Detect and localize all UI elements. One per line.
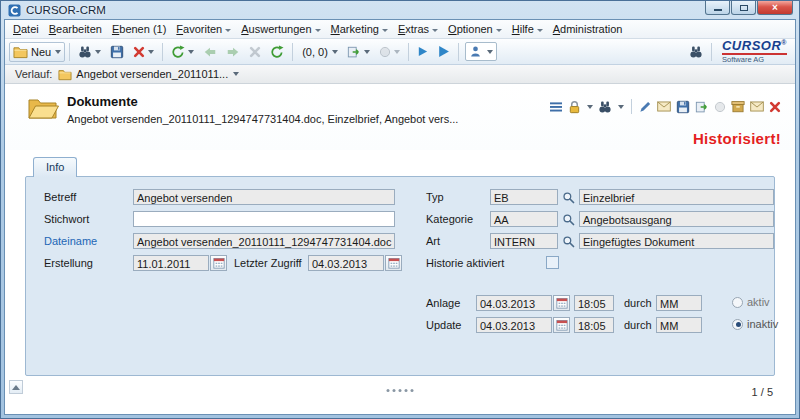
delete-button[interactable] [129, 43, 158, 61]
history-value: Angebot versenden_2011011... [76, 68, 228, 80]
erstellung-label: Erstellung [44, 257, 93, 269]
menu-extras[interactable]: Extras [393, 21, 443, 38]
anlage-time-field: 18:05 [574, 295, 614, 311]
close-button[interactable]: × [757, 1, 793, 15]
chevron-down-icon [364, 50, 370, 54]
list-view-button[interactable] [549, 101, 563, 113]
user-select-combo[interactable] [465, 42, 497, 61]
kategorie-label: Kategorie [426, 213, 473, 225]
scroll-up-button[interactable] [9, 380, 23, 394]
menu-auswertungen[interactable]: Auswertungen [236, 21, 325, 38]
find-button[interactable] [685, 42, 707, 62]
lookup-icon[interactable] [561, 233, 575, 249]
chevron-down-icon [188, 50, 194, 54]
window-title: CURSOR-CRM [26, 4, 106, 16]
reload-icon [270, 45, 284, 59]
lookup-icon[interactable] [561, 189, 575, 205]
header-separator [631, 99, 632, 114]
close-icon: × [772, 2, 778, 13]
save-header-button[interactable] [676, 100, 690, 114]
update-time-field: 18:05 [574, 317, 614, 333]
page-title: Dokumente [67, 94, 138, 109]
menu-favoriten[interactable]: Favoriten [171, 21, 236, 38]
search-button[interactable] [74, 42, 105, 62]
letter-button[interactable] [657, 101, 671, 112]
menu-ebenen[interactable]: Ebenen (1) [107, 21, 171, 38]
start-workflow-button[interactable] [413, 43, 432, 60]
folder-icon [13, 45, 28, 59]
calendar-button[interactable] [553, 295, 570, 311]
window-controls: × [704, 1, 793, 15]
forward-button[interactable] [222, 43, 244, 61]
archive-button[interactable] [731, 100, 745, 113]
next-step-button[interactable] [433, 42, 454, 61]
toolbar-separator [69, 43, 70, 61]
edit-button[interactable] [639, 100, 652, 113]
chevron-down-icon [394, 50, 400, 54]
back-button[interactable] [199, 43, 221, 61]
menu-label: Hilfe [512, 23, 534, 35]
typ-code-field: EB [490, 189, 558, 205]
app-window: CURSOR-CRM × Datei Bearbeiten Ebenen (1)… [0, 0, 800, 419]
mail-button[interactable] [750, 101, 764, 112]
delete-header-button[interactable] [769, 101, 781, 113]
lock-button[interactable] [568, 100, 581, 114]
entity-header: Dokumente Angebot versenden_20110111_129… [5, 84, 795, 150]
menu-hilfe[interactable]: Hilfe [507, 21, 548, 38]
toolbar: Neu [5, 39, 795, 65]
durch-label: durch [624, 297, 652, 309]
reload-button[interactable] [266, 42, 288, 62]
export-button[interactable] [343, 42, 374, 62]
inaktiv-radio[interactable] [732, 319, 743, 330]
erstellung-date-field: 11.01.2011 [133, 255, 209, 271]
lookup-icon[interactable] [561, 211, 575, 227]
chevron-down-icon [432, 29, 438, 32]
menu-label: Auswertungen [241, 23, 311, 35]
forward-arrow-icon [226, 46, 240, 58]
refresh-button[interactable] [167, 42, 198, 62]
cancel-icon [249, 46, 261, 58]
maximize-button[interactable] [731, 1, 756, 15]
content-area: Info Betreff Angebot versenden Typ EB Ei… [5, 150, 795, 414]
historie-aktiviert-label: Historie aktiviert [426, 257, 504, 269]
typ-label: Typ [426, 191, 444, 203]
menu-datei[interactable]: Datei [8, 21, 44, 38]
menu-label: Marketing [331, 23, 379, 35]
new-button[interactable]: Neu [9, 42, 65, 62]
menu-label: Favoriten [176, 23, 222, 35]
dateiname-link-label[interactable]: Dateiname [44, 235, 97, 247]
menu-label: Bearbeiten [49, 23, 102, 35]
menu-bearbeiten[interactable]: Bearbeiten [44, 21, 107, 38]
refresh-icon [171, 45, 185, 59]
save-button[interactable] [106, 42, 128, 62]
folder-icon [58, 68, 72, 81]
search-header-button[interactable] [598, 100, 612, 114]
update-user-field: MM [656, 317, 702, 333]
triangle-up-icon [12, 385, 20, 390]
cancel-button[interactable] [245, 43, 265, 61]
historie-aktiviert-checkbox[interactable] [546, 256, 559, 269]
menu-administration[interactable]: Administration [548, 21, 628, 38]
chevron-down-icon [233, 72, 239, 76]
calendar-button[interactable] [385, 255, 402, 271]
chevron-down-icon [148, 50, 154, 54]
chevron-down-icon [382, 29, 388, 32]
status-circle-icon [714, 101, 726, 113]
menu-optionen[interactable]: Optionen [443, 21, 507, 38]
aktiv-radio[interactable] [732, 297, 743, 308]
tab-info[interactable]: Info [33, 157, 77, 177]
calendar-button[interactable] [210, 255, 227, 271]
document-folder-icon [27, 94, 59, 120]
play-icon [417, 46, 428, 57]
calendar-button[interactable] [553, 317, 570, 333]
minimize-button[interactable] [705, 1, 730, 15]
splitter-handle[interactable] [387, 389, 414, 392]
record-state-button[interactable] [375, 43, 404, 61]
toolbar-separator [711, 43, 712, 61]
menu-marketing[interactable]: Marketing [326, 21, 393, 38]
history-combo[interactable]: Angebot versenden_2011011... [58, 68, 239, 81]
export-header-button[interactable] [695, 100, 709, 114]
stichwort-input[interactable] [133, 211, 395, 227]
record-position-indicator[interactable]: (0, 0) [297, 43, 342, 61]
binoculars-icon [689, 45, 703, 59]
